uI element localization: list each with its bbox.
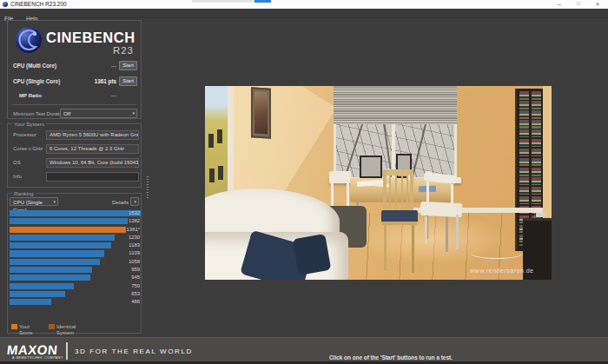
minimize-button[interactable]: – xyxy=(552,0,566,9)
navy-pillow xyxy=(293,234,332,275)
window-title: CINEBENCH R23.200 xyxy=(10,0,67,9)
maximize-button[interactable]: □ xyxy=(572,0,585,9)
blinds-cord xyxy=(452,124,453,136)
your-system-panel: Your System Processor AMD Ryzen 5 5600U … xyxy=(7,123,142,188)
ranking-row-9: 9. 16C/32T @ 3.4 GHz, AMD Ryzen Threadri… xyxy=(10,275,141,281)
ranking-row-11: 11. 12C/24T @ 2.7 GHz, Intel Xeon CPU E5… xyxy=(10,291,141,297)
titlebar-blue-artifact xyxy=(254,0,271,3)
ranking-bar: 7. 24C/48T @ 2.7 GHz, Intel Xeon W-3265M… xyxy=(10,259,100,265)
wall-picture-frame xyxy=(251,87,271,139)
ranking-score: 1058 xyxy=(129,259,140,265)
center-chair-slat xyxy=(389,175,391,212)
chevron-down-icon: ▾ xyxy=(132,109,135,117)
venetian-blinds xyxy=(334,86,457,124)
ranking-bar: 10. 4C/8T @ 2.3 GHz, Intel Core i7-4850H… xyxy=(10,283,74,289)
center-chair-slat xyxy=(401,175,403,212)
ranking-bar: 2. 4C/8T @ 1.69 GHz, 11th Gen Intel Core… xyxy=(10,218,128,224)
multi-core-value: --- xyxy=(111,63,116,69)
ranking-row-2: 2. 4C/8T @ 1.69 GHz, 11th Gen Intel Core… xyxy=(10,218,141,224)
single-core-label: CPU (Single Core) xyxy=(13,78,60,84)
min-test-duration-label: Minimum Test Duration xyxy=(13,111,66,116)
processor-field: AMD Ryzen 5 5600U with Radeon Graphics xyxy=(46,130,139,140)
center-chair-leg xyxy=(412,225,414,273)
ranking-row-6: 6. 32C/64T @ 3 GHz, AMD Ryzen Threadripp… xyxy=(10,250,141,256)
ranking-panel: Ranking CPU (Single Core) ▾ Details ▾ 1.… xyxy=(7,193,142,334)
ranking-row-7: 7. 24C/48T @ 2.7 GHz, Intel Xeon W-3265M… xyxy=(10,259,141,265)
cores-label: Cores x GHz xyxy=(13,146,43,151)
ranking-bar: 4. 4C/8T @ 4.2 GHz, Intel Core i7-7700K … xyxy=(10,235,115,241)
ranking-row-10: 10. 4C/8T @ 2.3 GHz, Intel Core i7-4850H… xyxy=(10,283,141,289)
ranking-score: 1183 xyxy=(129,242,140,248)
cores-row: Cores x GHz 6 Cores, 12 Threads @ 2.3 GH… xyxy=(11,144,139,154)
info-row: Info xyxy=(11,172,139,182)
ranking-row-4: 4. 4C/8T @ 4.2 GHz, Intel Core i7-7700K … xyxy=(10,235,141,241)
processor-label: Processor xyxy=(13,132,36,137)
ranking-row-1: 1. 4C/8T @ 2.81 GHz, 11th Gen Intel Core… xyxy=(10,210,141,216)
details-button[interactable]: ▾ xyxy=(130,197,139,206)
ranking-score: 1382 xyxy=(129,218,140,224)
start-hint-text: Click on one of the 'Start' buttons to r… xyxy=(329,354,453,361)
details-label: Details xyxy=(112,199,129,205)
chevron-down-icon: ▾ xyxy=(53,198,56,206)
multi-core-start-button[interactable]: Start xyxy=(119,61,137,70)
cinebench-wordmark: CINEBENCH xyxy=(46,30,135,46)
min-test-duration-value: Off xyxy=(63,110,70,116)
ranking-bar: 8. 8C/16T @ 3.4 GHz, AMD Ryzen 7 1700X E… xyxy=(10,267,92,273)
ranking-bar-your-score: 3. 6C/12T @ 2.3 GHz, AMD Ryzen 5 5600U w… xyxy=(10,227,126,233)
speaker-cable xyxy=(470,247,524,259)
app-icon xyxy=(3,2,8,7)
center-chair-slat xyxy=(406,175,408,212)
titlebar-tab-artifact xyxy=(192,0,254,3)
ranking-row-12: 12. 12C/24T @ 2.66 GHz, Intel Xeon CPU X… xyxy=(10,299,141,305)
ranking-score: 945 xyxy=(131,275,140,281)
cinebench-window: CINEBENCH R23.200 – □ × File Help CINEBE… xyxy=(0,0,608,364)
title-bar: CINEBENCH R23.200 – □ × xyxy=(0,0,608,9)
ranking-score: 1109 xyxy=(129,250,140,256)
close-button[interactable]: × xyxy=(591,0,605,9)
cinebench-version: R23 xyxy=(113,45,134,56)
ranking-score: 1230 xyxy=(129,235,140,241)
single-core-start-button[interactable]: Start xyxy=(119,76,137,86)
center-chair-top-rail xyxy=(383,169,413,175)
min-test-duration-select[interactable]: Off ▾ xyxy=(60,109,137,118)
mp-ratio-value: --- xyxy=(111,92,116,98)
center-chair-leg xyxy=(384,225,387,271)
os-row: OS Windows 10, 64 Bit, Core (build 19043… xyxy=(11,158,139,168)
ranking-title: Ranking xyxy=(12,190,36,197)
single-core-score: 1361 pts xyxy=(95,78,116,84)
identical-system-swatch xyxy=(49,324,55,330)
ranking-list: 1. 4C/8T @ 2.81 GHz, 11th Gen Intel Core… xyxy=(10,210,141,307)
test-panel: CINEBENCH R23 CPU (Multi Core) --- Start… xyxy=(7,20,142,119)
ranking-score: 750 xyxy=(131,283,140,289)
building-window xyxy=(209,169,215,182)
paper-on-table xyxy=(375,183,389,188)
panel-splitter-handle[interactable] xyxy=(147,176,149,199)
cores-field: 6 Cores, 12 Threads @ 2.3 GHz xyxy=(46,144,139,154)
building-window xyxy=(217,129,222,143)
ranking-score: 1532 xyxy=(129,210,140,216)
info-field[interactable] xyxy=(46,172,139,182)
center-chair-cushion xyxy=(381,210,418,222)
ranking-row-5: 5. 8C/16T @ 2.3 GHz, Intel Core i9-9880H… xyxy=(10,242,141,248)
wall-picture xyxy=(254,91,268,134)
ranking-filter-select[interactable]: CPU (Single Core) ▾ xyxy=(10,197,58,206)
os-field: Windows 10, 64 Bit, Core (build 19043) xyxy=(46,158,139,168)
sill-photo-frame xyxy=(360,156,382,178)
info-label: Info xyxy=(13,174,22,179)
single-core-row: CPU (Single Core) 1361 pts Start xyxy=(13,76,137,87)
building-window xyxy=(208,134,214,148)
blinds-rail xyxy=(334,86,457,89)
ranking-bar: 12. 12C/24T @ 2.66 GHz, Intel Xeon CPU X… xyxy=(10,299,51,305)
processor-row: Processor AMD Ryzen 5 5600U with Radeon … xyxy=(11,130,139,140)
building-window xyxy=(218,166,223,180)
right-chair-leg xyxy=(456,215,459,249)
render-watermark: www.renderbaron.de xyxy=(470,267,534,275)
menu-bar: File Help xyxy=(0,9,608,18)
chevron-down-icon: ▾ xyxy=(134,198,136,206)
ranking-score: 1361* xyxy=(127,227,140,233)
mp-ratio-label: MP Ratio xyxy=(19,92,42,98)
multi-core-row: CPU (Multi Core) --- Start xyxy=(13,61,137,71)
render-preview-image: www.renderbaron.de xyxy=(205,86,552,280)
ranking-score: 959 xyxy=(131,267,140,273)
maxon-tagline: 3D FOR THE REAL WORLD xyxy=(75,347,193,355)
